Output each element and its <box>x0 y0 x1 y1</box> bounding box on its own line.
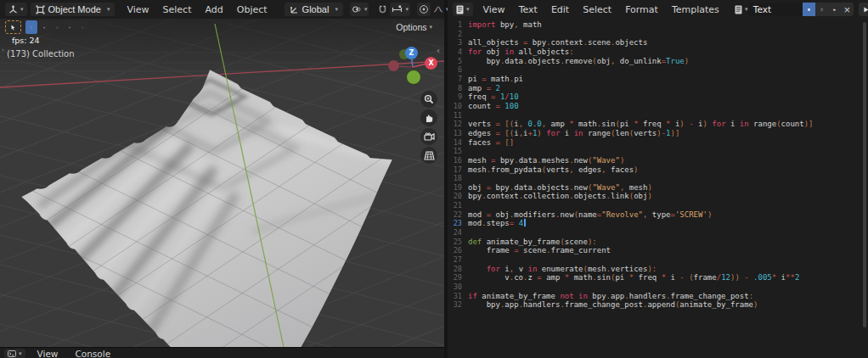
select-mode-group <box>25 20 88 34</box>
editor-scrollbar[interactable] <box>863 22 866 327</box>
text-menu-templates[interactable]: Templates <box>665 4 726 15</box>
editor-type-button-text[interactable]: ▾ <box>453 3 473 16</box>
editor-type-button-console[interactable]: ▾ <box>4 349 25 358</box>
object-mode-icon <box>36 5 45 14</box>
sidebar-collapse-arrow[interactable]: ‹ <box>437 46 440 55</box>
chevron-down-icon: ▾ <box>405 6 409 13</box>
pan-view-button[interactable] <box>420 109 437 126</box>
new-text-copy-button[interactable] <box>815 3 828 16</box>
line-number: 25 <box>448 238 462 247</box>
text-file-icon <box>456 5 464 14</box>
datablock-name-field[interactable]: Text <box>748 3 803 16</box>
tweak-select-tool-button[interactable] <box>5 20 21 34</box>
text-menu-select[interactable]: Select <box>576 4 618 15</box>
code-line: 11 <box>448 111 868 120</box>
code-line: 20bpy.context.collection.objects.link(ob… <box>448 192 868 201</box>
code-line: 25def animate_by_frame(scene): <box>448 238 868 247</box>
pivot-point-dropdown[interactable]: ▾ <box>350 3 369 16</box>
camera-view-button[interactable] <box>420 128 437 145</box>
text-menu-edit[interactable]: Edit <box>544 4 576 15</box>
menu-view[interactable]: View <box>120 4 155 15</box>
open-text-folder-button[interactable] <box>828 3 841 16</box>
line-number: 4 <box>448 48 462 57</box>
select-mode-extend-button[interactable] <box>38 20 50 34</box>
viewport-header: ▾ Object Mode ▾ View Select Add Object G… <box>0 0 444 19</box>
extend-select-icon <box>43 24 45 31</box>
fps-overlay: fps: 24 <box>12 36 40 45</box>
code-line: 23mod.steps= 4 <box>448 219 868 228</box>
code-editor[interactable]: 1import bpy, math23all_objects = bpy.con… <box>448 19 868 358</box>
code-line: 13edges = [(i,i+1) for i in range(len(ve… <box>448 129 868 138</box>
viewport-pane: ▾ Object Mode ▾ View Select Add Object G… <box>0 0 444 358</box>
line-number: 8 <box>448 84 462 93</box>
line-number: 24 <box>448 228 462 238</box>
close-icon: × <box>843 3 850 16</box>
datablock-name: Text <box>753 4 771 14</box>
line-number: 23 <box>448 219 462 228</box>
chevron-down-icon: ▾ <box>107 6 110 13</box>
blender-window: ▾ Object Mode ▾ View Select Add Object G… <box>0 0 868 358</box>
line-number: 9 <box>448 92 462 102</box>
text-menu-format[interactable]: Format <box>618 4 665 15</box>
mode-dropdown[interactable]: Object Mode ▾ <box>31 3 116 16</box>
line-number: 20 <box>448 192 462 201</box>
zoom-view-button[interactable] <box>420 91 437 108</box>
navigation-gizmo[interactable]: Z X <box>384 25 443 87</box>
magnifier-icon <box>424 94 434 104</box>
viewport-3d-canvas[interactable]: Options ▾ fps: 24 › (173) Collection Z X <box>0 19 444 347</box>
shield-check-icon <box>808 5 810 14</box>
orientation-axes-icon <box>290 5 299 14</box>
menu-add[interactable]: Add <box>198 4 229 15</box>
transform-orientation-dropdown[interactable]: Global ▾ <box>285 3 343 16</box>
menu-object[interactable]: Object <box>230 4 274 15</box>
fake-user-shield-toggle[interactable] <box>803 3 815 16</box>
duplicate-icon <box>820 5 823 14</box>
line-number: 10 <box>448 102 462 111</box>
gizmo-x-ball[interactable]: X <box>425 57 437 70</box>
code-line: 1import bpy, math <box>448 20 868 30</box>
tool-header <box>5 20 88 34</box>
code-line: 24 <box>448 228 868 238</box>
console-menu-console[interactable]: Console <box>66 349 119 358</box>
console-header: ▾ View Console <box>0 347 444 358</box>
perspective-toggle-button[interactable] <box>420 147 437 164</box>
editor-type-button-3dview[interactable]: ▾ <box>5 3 27 16</box>
menu-select[interactable]: Select <box>156 4 199 15</box>
line-number: 6 <box>448 65 462 75</box>
texteditor-header: ▾ View Text Edit Select Format Templates… <box>448 0 868 19</box>
select-mode-new-button[interactable] <box>25 20 37 34</box>
line-number: 2 <box>448 30 462 39</box>
code-line: 27 <box>448 255 868 265</box>
run-script-button[interactable] <box>859 3 868 16</box>
chevron-down-icon: ▾ <box>335 6 338 13</box>
snap-target-dropdown[interactable]: ▾ <box>390 3 410 16</box>
code-lines: 1import bpy, math23all_objects = bpy.con… <box>448 20 868 310</box>
gizmo-y-ball[interactable] <box>406 70 421 85</box>
unlink-text-button[interactable]: × <box>841 3 854 16</box>
code-line: 12verts = [(i, 0.0, amp * math.sin(pi * … <box>448 120 868 129</box>
line-number: 15 <box>448 147 462 156</box>
line-number: 13 <box>448 129 462 138</box>
select-mode-subtract-button[interactable] <box>51 20 63 34</box>
select-mode-intersect-button[interactable] <box>76 20 88 34</box>
code-line: 18 <box>448 174 868 183</box>
code-line: 2 <box>448 30 868 39</box>
line-number: 29 <box>448 273 462 282</box>
text-menu-view[interactable]: View <box>476 4 512 15</box>
line-number: 21 <box>448 201 462 210</box>
ortho-grid-icon <box>424 151 435 160</box>
code-line: 10count = 100 <box>448 102 868 111</box>
proportional-editing-toggle[interactable] <box>417 3 431 16</box>
text-file-icon <box>735 5 742 14</box>
line-number: 1 <box>448 20 462 30</box>
text-cursor <box>524 219 526 227</box>
gizmo-x-neg-ball[interactable] <box>388 60 399 71</box>
camera-icon <box>424 132 435 142</box>
snap-magnet-toggle[interactable] <box>375 3 389 16</box>
gizmo-z-ball[interactable]: Z <box>405 47 418 59</box>
select-mode-invert-button[interactable] <box>64 20 76 34</box>
console-menu-view[interactable]: View <box>29 349 67 358</box>
text-menu-text[interactable]: Text <box>512 4 544 15</box>
datablock-browse-dropdown[interactable]: ▾ <box>735 3 748 16</box>
code-line: 7pi = math.pi <box>448 75 868 84</box>
